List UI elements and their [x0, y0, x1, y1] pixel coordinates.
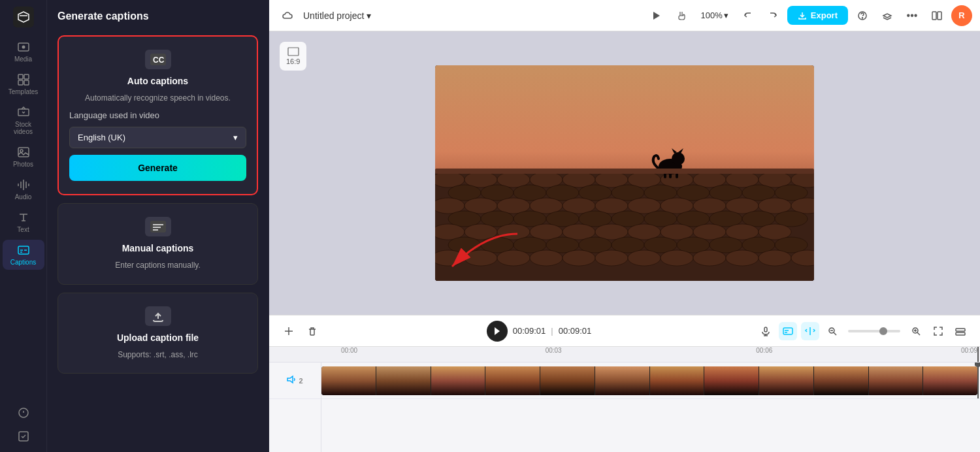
- svg-rect-0: [13, 7, 34, 27]
- svg-point-107: [759, 250, 791, 266]
- aspect-ratio-button[interactable]: 16:9: [280, 42, 306, 71]
- sidebar-media-label: Media: [14, 56, 32, 63]
- project-dropdown-icon: ▾: [367, 10, 371, 21]
- generate-button[interactable]: Generate: [69, 155, 246, 181]
- sidebar-item-stock[interactable]: Stockvideos: [3, 102, 44, 139]
- play-button[interactable]: [646, 5, 667, 26]
- sidebar-item-templates[interactable]: Templates: [3, 69, 44, 99]
- svg-rect-4: [18, 74, 23, 79]
- export-button[interactable]: Export: [787, 6, 848, 25]
- svg-rect-7: [24, 80, 29, 85]
- upload-caption-title: Upload caption file: [117, 332, 199, 343]
- svg-point-100: [530, 250, 563, 266]
- svg-rect-136: [956, 332, 965, 335]
- redo-button[interactable]: [762, 5, 783, 26]
- zoom-out-button[interactable]: [823, 322, 841, 340]
- video-preview: [435, 65, 814, 281]
- language-select[interactable]: English (UK) ▾: [69, 127, 246, 148]
- sidebar-stock-label: Stockvideos: [14, 121, 33, 135]
- topbar: Untitled project ▾ 100% ▾: [269, 0, 980, 31]
- zoom-slider[interactable]: [848, 330, 900, 332]
- sidebar: Media Templates Stockvideos Photos Audio…: [0, 0, 47, 452]
- sidebar-item-audio[interactable]: Audio: [3, 174, 44, 204]
- ruler-mark-0: 00:00: [341, 347, 357, 354]
- ruler-mark-1: 00:03: [546, 347, 562, 354]
- auto-captions-card[interactable]: CC Auto captions Automatically recognize…: [57, 35, 258, 195]
- svg-marker-120: [495, 327, 500, 335]
- layout-button[interactable]: [951, 322, 970, 340]
- cursor-tool-button[interactable]: [280, 322, 298, 340]
- upload-caption-card[interactable]: Upload caption file Supports: .srt, .ass…: [57, 293, 258, 374]
- timeline-tracks: 2: [269, 363, 980, 452]
- track-audio-button[interactable]: [287, 375, 296, 386]
- more-options-button[interactable]: •••: [902, 5, 923, 26]
- video-track-row: [321, 363, 980, 399]
- manual-caption-icon: [145, 217, 171, 236]
- ruler-mark-2: 00:06: [756, 347, 772, 354]
- manual-captions-desc: Enter captions manually.: [115, 260, 201, 271]
- auto-captions-title: Auto captions: [127, 76, 188, 86]
- timeline-play-button[interactable]: [487, 321, 508, 342]
- export-label: Export: [811, 10, 838, 20]
- language-selected-value: English (UK): [78, 133, 125, 142]
- sidebar-item-photos[interactable]: Photos: [3, 142, 44, 172]
- ruler-mark-3: 00:09: [961, 347, 977, 354]
- svg-rect-116: [435, 169, 814, 174]
- timeline-controls-bar: 00:09:01 | 00:09:01: [269, 315, 980, 347]
- panel-title: Generate captions: [57, 10, 258, 27]
- hand-tool-button[interactable]: [671, 5, 692, 26]
- svg-rect-24: [932, 12, 936, 20]
- svg-marker-137: [287, 376, 293, 383]
- current-time: 00:09:01: [513, 326, 546, 336]
- tracks-area: [321, 363, 980, 452]
- project-name-section[interactable]: Untitled project ▾: [303, 10, 371, 21]
- track-controls-column: 2: [269, 363, 321, 452]
- svg-point-102: [595, 250, 628, 266]
- split-view-button[interactable]: [926, 5, 947, 26]
- zoom-chevron-icon: ▾: [724, 10, 728, 20]
- svg-point-104: [661, 250, 693, 266]
- svg-line-134: [917, 332, 920, 335]
- manual-captions-card[interactable]: Manual captions Enter captions manually.: [57, 203, 258, 285]
- project-name-text: Untitled project: [303, 10, 364, 21]
- zoom-control[interactable]: 100% ▾: [696, 8, 734, 23]
- sidebar-item-extra1[interactable]: [3, 402, 44, 423]
- playhead-indicator: [977, 363, 979, 398]
- svg-point-23: [862, 18, 863, 18]
- svg-point-110: [672, 152, 685, 165]
- zoom-value: 100%: [701, 10, 723, 20]
- video-track-filmstrip[interactable]: [321, 366, 977, 395]
- avatar-letter: R: [958, 10, 964, 20]
- user-avatar[interactable]: R: [951, 5, 972, 26]
- undo-button[interactable]: [738, 5, 759, 26]
- svg-point-105: [693, 250, 726, 266]
- language-label: Language used in video: [69, 110, 246, 120]
- caption-tool-button[interactable]: [779, 322, 797, 340]
- svg-marker-21: [653, 12, 660, 20]
- zoom-in-button[interactable]: [907, 322, 925, 340]
- sidebar-item-extra2[interactable]: [3, 426, 44, 447]
- svg-point-98: [465, 250, 497, 266]
- svg-rect-11: [18, 246, 29, 254]
- sidebar-item-captions[interactable]: Captions: [3, 240, 44, 270]
- layers-button[interactable]: [877, 5, 898, 26]
- app-logo[interactable]: [12, 5, 35, 29]
- aspect-ratio-label: 16:9: [286, 57, 300, 65]
- sidebar-text-label: Text: [17, 226, 29, 233]
- timeline-tools: [757, 322, 970, 340]
- help-button[interactable]: [852, 5, 873, 26]
- svg-rect-121: [764, 327, 767, 332]
- sidebar-audio-label: Audio: [15, 193, 32, 201]
- delete-button[interactable]: [303, 322, 321, 340]
- microphone-button[interactable]: [757, 322, 775, 340]
- sidebar-item-media[interactable]: Media: [3, 37, 44, 67]
- timeline-ruler: 00:00 00:03 00:06 00:09: [269, 347, 980, 363]
- split-tool-button[interactable]: [801, 322, 819, 340]
- svg-point-97: [435, 250, 465, 266]
- fullscreen-button[interactable]: [929, 322, 947, 340]
- sidebar-item-text[interactable]: Text: [3, 207, 44, 237]
- svg-point-103: [628, 250, 661, 266]
- svg-rect-6: [18, 80, 23, 85]
- cloud-save-button[interactable]: [277, 5, 298, 26]
- svg-point-3: [22, 46, 25, 49]
